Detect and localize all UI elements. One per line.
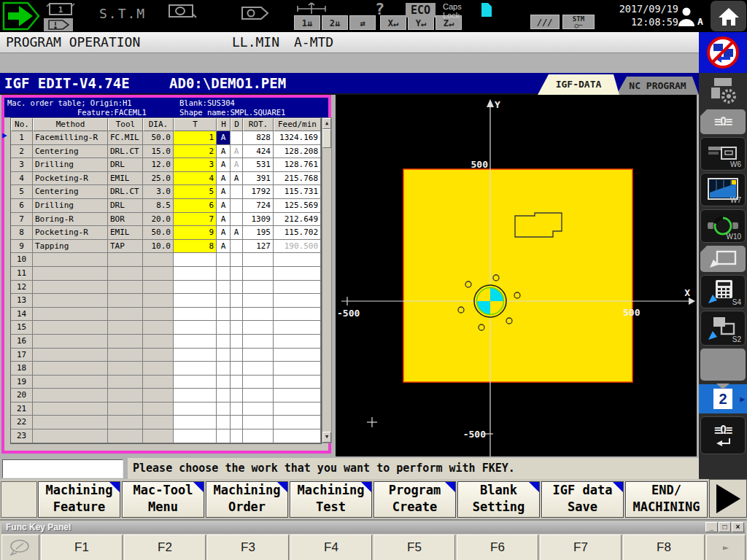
cell-no[interactable]: 21 xyxy=(11,402,33,416)
table-row-empty[interactable]: 14 xyxy=(11,308,321,322)
cell-tool[interactable] xyxy=(108,389,143,402)
cell-rot[interactable] xyxy=(243,294,274,308)
cell-dia[interactable] xyxy=(143,335,174,349)
cell-rot[interactable] xyxy=(243,376,274,389)
cell-no[interactable]: 7 xyxy=(11,213,33,227)
no-transfer-button[interactable] xyxy=(699,32,747,73)
cell-dia[interactable]: 10.0 xyxy=(143,240,174,254)
fkey-blank[interactable] xyxy=(1,481,37,518)
cell-tool[interactable]: EMIL xyxy=(108,172,143,186)
cell-dia[interactable]: 50.0 xyxy=(143,226,174,240)
cell-dia[interactable]: 50.0 xyxy=(143,131,174,145)
cell-h[interactable]: A xyxy=(217,172,231,186)
cell-feed-min[interactable] xyxy=(274,321,321,335)
fkey-next-page-button[interactable] xyxy=(709,479,747,518)
cell-h[interactable] xyxy=(217,321,231,335)
cell-tool[interactable] xyxy=(108,402,143,416)
cell-feed-min[interactable] xyxy=(274,253,321,267)
cell-feed-min[interactable] xyxy=(274,362,321,376)
cell-no[interactable]: 9 xyxy=(11,240,33,254)
table-row-empty[interactable]: 17 xyxy=(11,349,321,362)
table-row-empty[interactable]: 20 xyxy=(11,389,321,402)
table-row-empty[interactable]: 12 xyxy=(11,281,321,295)
cell-feed-min[interactable]: 128.761 xyxy=(274,158,321,172)
cell-rot[interactable]: 127 xyxy=(243,240,274,254)
fkey-panel-f4[interactable]: F4 xyxy=(290,534,372,560)
cell-no[interactable]: 5 xyxy=(11,185,33,199)
cell-rot[interactable]: 1309 xyxy=(243,213,274,227)
cell-h[interactable]: A xyxy=(217,199,231,213)
cell-no[interactable]: 11 xyxy=(11,267,33,281)
cell-t[interactable] xyxy=(174,402,217,416)
cell-t[interactable] xyxy=(174,429,217,443)
cell-feed-min[interactable] xyxy=(274,267,321,281)
cell-tool[interactable]: DRL.CT xyxy=(108,145,143,159)
cell-no[interactable]: 18 xyxy=(11,362,33,376)
minimize-button[interactable]: _ xyxy=(705,522,718,532)
cell-method[interactable] xyxy=(33,321,108,335)
cell-no[interactable]: 20 xyxy=(11,389,33,402)
cell-rot[interactable] xyxy=(243,389,274,402)
cell-rot[interactable] xyxy=(243,416,274,429)
cell-tool[interactable] xyxy=(108,349,143,362)
cell-dia[interactable]: 15.0 xyxy=(143,145,174,159)
cell-no[interactable]: 6 xyxy=(11,199,33,213)
cell-h[interactable] xyxy=(217,281,231,295)
table-row[interactable]: 2CenteringDRL.CT15.02AA424128.208 xyxy=(11,145,321,159)
table-row-empty[interactable]: 19 xyxy=(11,376,321,389)
fkey-machining-feature[interactable]: MachiningFeature xyxy=(38,481,120,518)
cell-d[interactable] xyxy=(231,253,243,267)
cell-dia[interactable] xyxy=(143,416,174,429)
table-row[interactable]: 4Pocketing-REMIL25.04AA391215.768 xyxy=(11,172,321,186)
cell-t[interactable] xyxy=(174,362,217,376)
cell-feed-min[interactable]: 215.768 xyxy=(274,172,321,186)
cell-h[interactable] xyxy=(217,376,231,389)
fkey-panel-more-button[interactable]: ► xyxy=(706,534,746,560)
fkey-blank-setting[interactable]: BlankSetting xyxy=(457,481,540,518)
cell-t[interactable]: 8 xyxy=(174,240,217,254)
cell-t[interactable] xyxy=(174,335,217,349)
cell-dia[interactable]: 8.5 xyxy=(143,199,174,213)
cell-method[interactable]: Pocketing-R xyxy=(33,172,108,186)
blank-softkey[interactable] xyxy=(700,349,746,381)
cell-feed-min[interactable]: 128.208 xyxy=(274,145,321,159)
cell-h[interactable] xyxy=(217,416,231,429)
fkey-panel-f2[interactable]: F2 xyxy=(124,534,206,560)
cell-t[interactable]: 3 xyxy=(174,158,217,172)
cell-method[interactable] xyxy=(33,402,108,416)
cell-tool[interactable] xyxy=(108,376,143,389)
page-2-button[interactable]: 2 ▶ xyxy=(699,384,747,413)
cell-dia[interactable]: 12.0 xyxy=(143,158,174,172)
cell-no[interactable]: 23 xyxy=(11,429,33,443)
cell-no[interactable]: 17 xyxy=(11,349,33,362)
cell-no[interactable]: 4 xyxy=(11,172,33,186)
cell-rot[interactable] xyxy=(243,335,274,349)
cell-rot[interactable] xyxy=(243,321,274,335)
cell-method[interactable]: Drilling xyxy=(33,199,108,213)
cell-d[interactable] xyxy=(231,240,243,254)
cell-no[interactable]: 14 xyxy=(11,308,33,322)
fkey-igf-data-save[interactable]: IGF dataSave xyxy=(541,481,624,518)
cell-method[interactable] xyxy=(33,335,108,349)
cell-method[interactable] xyxy=(33,308,108,322)
cell-feed-min[interactable]: 212.649 xyxy=(274,213,321,227)
cell-d[interactable] xyxy=(231,294,243,308)
cell-rot[interactable] xyxy=(243,267,274,281)
cell-d[interactable] xyxy=(231,349,243,362)
cell-d[interactable]: A xyxy=(231,158,243,172)
cell-no[interactable]: 10 xyxy=(11,253,33,267)
cell-h[interactable] xyxy=(217,308,231,322)
cell-feed-min[interactable]: 125.569 xyxy=(274,199,321,213)
gauge-w10-button[interactable]: W10 xyxy=(700,209,746,243)
cell-t[interactable] xyxy=(174,267,217,281)
cell-no[interactable]: 15 xyxy=(11,321,33,335)
table-row-empty[interactable]: 21 xyxy=(11,402,321,416)
cell-dia[interactable] xyxy=(143,281,174,295)
cell-t[interactable] xyxy=(174,416,217,429)
cell-feed-min[interactable] xyxy=(274,281,321,295)
cell-t[interactable]: 2 xyxy=(174,145,217,159)
cell-tool[interactable]: BOR xyxy=(108,213,143,227)
table-row-empty[interactable]: 23 xyxy=(11,429,321,443)
cell-dia[interactable] xyxy=(143,376,174,389)
cell-d[interactable] xyxy=(231,376,243,389)
